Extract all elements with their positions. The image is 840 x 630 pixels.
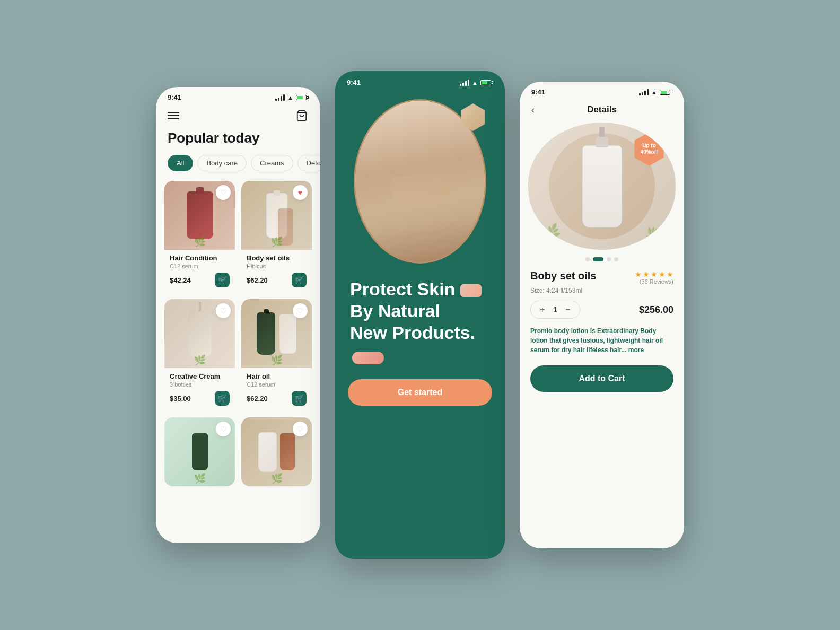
quantity-value: 1: [553, 305, 557, 314]
filter-bodycare[interactable]: Body care: [197, 155, 247, 171]
screen1: 9:41 ▲: [156, 87, 320, 543]
detail-price: $256.00: [639, 304, 673, 316]
product-sub-1: C12 serum: [170, 263, 230, 269]
product-sub-4: C12 serum: [247, 381, 307, 388]
product-img-4: 🌿 ♡: [241, 299, 312, 368]
status-bar-1: 9:41 ▲: [156, 87, 320, 104]
rating-section: ★ ★ ★ ★ ★ (36 Reviews): [635, 270, 673, 285]
add-cart-2[interactable]: 🛒: [292, 273, 307, 287]
flowers-decoration-2: 🌿: [271, 236, 283, 248]
battery-icon-2: [480, 80, 493, 85]
product-footer-4: $62.20 🛒: [247, 391, 307, 406]
flowers-decoration-5: 🌿: [194, 472, 206, 484]
qty-price-row: + 1 − $256.00: [530, 301, 673, 319]
more-link[interactable]: more: [628, 346, 644, 354]
quantity-control: + 1 −: [530, 301, 580, 319]
star-4: ★: [659, 270, 666, 278]
star-1: ★: [635, 270, 642, 278]
bottle-pump: [188, 310, 212, 357]
details-title: Details: [587, 104, 617, 115]
screen1-header: [156, 104, 320, 130]
product-card-2: 🌿 ♥ Body set oils Hibicus $62.20 🛒: [241, 181, 312, 293]
detail-name-row: Boby set oils ★ ★ ★ ★ ★ (36 Reviews): [530, 270, 673, 285]
product-sub-3: 3 bottles: [170, 381, 230, 388]
heart-button-2[interactable]: ♥: [293, 185, 308, 200]
image-dots: [520, 257, 684, 261]
battery-icon: [296, 95, 309, 100]
product-img-6: 🌿 ♡: [241, 417, 312, 486]
screen2: 9:41 ▲: [335, 71, 505, 559]
product-info-1: Hair Condition C12 serum $42.24 🛒: [164, 250, 235, 293]
heart-button-4[interactable]: ♡: [293, 303, 308, 318]
star-2: ★: [643, 270, 650, 278]
details-header: ‹ Details: [520, 99, 684, 122]
dot-2[interactable]: [593, 257, 603, 261]
page-title: Popular today: [156, 130, 320, 155]
product-detail-info: Boby set oils ★ ★ ★ ★ ★ (36 Reviews) Siz…: [520, 270, 684, 392]
filter-tabs: All Body care Creams Detox fa: [156, 155, 320, 181]
bottle-red: [187, 191, 213, 239]
product-img-1: 🌿 ♡: [164, 181, 235, 250]
wifi-icon-3: ▲: [651, 89, 657, 95]
product-card-1: 🌿 ♡ Hair Condition C12 serum $42.24 🛒: [164, 181, 235, 293]
status-icons-3: ▲: [639, 89, 672, 95]
bag-icon[interactable]: [295, 109, 309, 122]
add-to-cart-button[interactable]: Add to Cart: [530, 365, 673, 392]
product-price-3: $35.00: [170, 395, 191, 402]
filter-detox[interactable]: Detox fa: [298, 155, 320, 171]
add-cart-3[interactable]: 🛒: [215, 391, 230, 406]
add-cart-4[interactable]: 🛒: [292, 391, 307, 406]
flowers-decoration-4: 🌿: [271, 354, 283, 366]
headline-line3: New Products.: [350, 322, 475, 343]
get-started-button[interactable]: Get started: [348, 379, 492, 406]
dot-3[interactable]: [607, 257, 611, 261]
bottle-green: [192, 433, 208, 470]
product-detail-image: 🌿 🌿 Up to40%off: [528, 122, 676, 250]
status-icons-1: ▲: [275, 94, 309, 101]
product-footer-3: $35.00 🛒: [170, 391, 230, 406]
product-description: Promio body lotion is Extraordinary Body…: [530, 326, 673, 355]
hero-headline: Protect Skin By Natural New Products.: [350, 278, 490, 343]
battery-icon-3: [660, 90, 672, 95]
product-price-1: $42.24: [170, 276, 191, 284]
add-cart-1[interactable]: 🛒: [215, 273, 230, 287]
bottle-dark: [257, 312, 275, 355]
menu-button[interactable]: [168, 112, 179, 119]
hero-pill-row: [335, 347, 505, 364]
product-price-4: $62.20: [247, 395, 268, 402]
products-grid: 🌿 ♡ Hair Condition C12 serum $42.24 🛒: [156, 181, 320, 411]
star-3: ★: [651, 270, 658, 278]
product-img-2: 🌿 ♥: [241, 181, 312, 250]
products-row-2: 🌿 ♡ 🌿 ♡: [156, 411, 320, 497]
heart-button-1[interactable]: ♡: [216, 185, 231, 200]
signal-icon-3: [639, 89, 649, 95]
headline-line2: By Natural: [350, 301, 440, 321]
heart-button-3[interactable]: ♡: [216, 303, 231, 318]
filter-all[interactable]: All: [168, 155, 193, 171]
time-3: 9:41: [531, 88, 545, 96]
product-name-4: Hair oil: [247, 372, 307, 380]
hero-product-thumb: [460, 284, 482, 297]
star-5: ★: [667, 270, 673, 278]
qty-minus-button[interactable]: +: [537, 304, 548, 315]
flowers-decoration-6: 🌿: [271, 472, 283, 484]
back-button[interactable]: ‹: [531, 104, 535, 116]
product-img-5: 🌿 ♡: [164, 417, 235, 486]
flowers-left: 🌿: [542, 222, 562, 242]
dot-1[interactable]: [585, 257, 590, 261]
stars-row: ★ ★ ★ ★ ★: [635, 270, 673, 278]
product-card-5: 🌿 ♡: [164, 417, 235, 486]
product-img-3: 🌿 ♡: [164, 299, 235, 368]
product-name-3: Creative Cream: [170, 372, 230, 380]
qty-plus-button[interactable]: −: [563, 304, 573, 315]
heart-button-6[interactable]: ♡: [293, 422, 308, 436]
product-sub-2: Hibicus: [247, 263, 307, 269]
filter-creams[interactable]: Creams: [251, 155, 293, 171]
pink-pill: [352, 352, 384, 364]
product-name-2: Body set oils: [247, 254, 307, 262]
reviews-count: (36 Reviews): [635, 278, 673, 285]
heart-button-5[interactable]: ♡: [216, 422, 231, 436]
product-info-3: Creative Cream 3 bottles $35.00 🛒: [164, 368, 235, 411]
time-1: 9:41: [168, 93, 181, 101]
dot-4[interactable]: [614, 257, 618, 261]
